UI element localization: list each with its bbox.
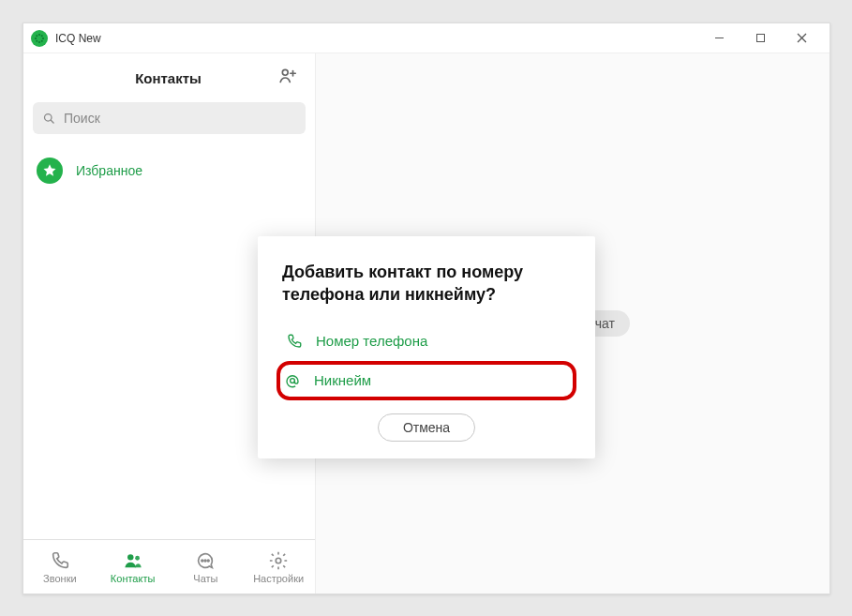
close-button[interactable] [781, 24, 822, 53]
at-icon [284, 372, 301, 389]
cancel-button[interactable]: Отмена [378, 413, 475, 442]
phone-icon [286, 333, 303, 350]
modal-title: Добавить контакт по номеру телефона или … [282, 261, 571, 307]
svg-point-23 [291, 378, 295, 383]
modal-overlay: Добавить контакт по номеру телефона или … [23, 53, 830, 593]
svg-point-6 [36, 39, 37, 41]
add-contact-modal: Добавить контакт по номеру телефона или … [258, 236, 595, 458]
svg-point-2 [35, 37, 37, 38]
svg-point-7 [41, 39, 43, 41]
option-phone[interactable]: Номер телефона [282, 323, 571, 359]
minimize-button[interactable] [698, 24, 740, 53]
option-nickname-label: Никнейм [314, 372, 371, 388]
app-window: ICQ New Контакты [22, 23, 830, 594]
option-nickname[interactable]: Никнейм [277, 361, 576, 400]
titlebar: ICQ New [23, 23, 830, 53]
window-controls [698, 24, 822, 53]
maximize-button[interactable] [740, 24, 781, 53]
svg-point-5 [41, 35, 43, 37]
option-phone-label: Номер телефона [316, 333, 427, 349]
svg-point-4 [36, 35, 37, 37]
svg-point-0 [38, 33, 40, 35]
svg-point-3 [42, 37, 44, 38]
app-title: ICQ New [55, 32, 101, 45]
svg-point-1 [38, 40, 40, 42]
app-logo-icon [31, 30, 48, 47]
svg-rect-9 [756, 35, 764, 42]
modal-actions: Отмена [282, 413, 571, 442]
